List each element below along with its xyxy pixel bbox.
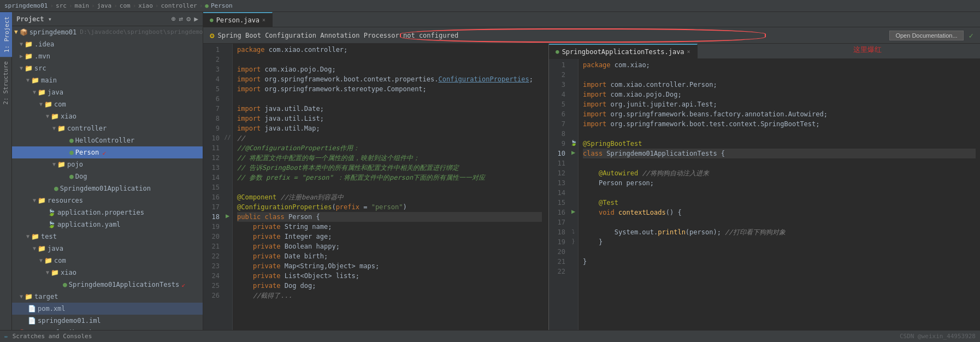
list-item[interactable]: ▼ 📁 target xyxy=(12,291,203,303)
code-content-right: package com.xiao; import com.xiao.contro… xyxy=(578,59,980,330)
list-item[interactable]: ▼ 📁 java xyxy=(12,243,203,255)
list-item[interactable]: ▼ 📁 test xyxy=(12,231,203,243)
right-editor-content: 1 2 3 4 5 6 7 8 9 10 11 12 13 xyxy=(549,59,980,330)
tree-label: java xyxy=(48,243,63,255)
tree-label: application.yaml xyxy=(57,219,121,231)
tree-label: test xyxy=(41,231,57,243)
tree-label: com xyxy=(54,255,66,267)
list-item[interactable]: ▼ 📁 src xyxy=(12,62,203,74)
structure-tab[interactable]: 2: Structure xyxy=(1,57,11,109)
springtest-file-icon: ● xyxy=(556,48,559,55)
tree-label: Dog xyxy=(75,170,87,182)
tree-path: D:\javadcode\springboot\springdemo01 xyxy=(80,26,203,38)
list-item[interactable]: ▼ 📁 controller xyxy=(12,122,203,134)
list-item[interactable]: ▼ 📁 xiao xyxy=(12,267,203,279)
person-file-icon: ● xyxy=(210,16,214,23)
title-xiao: xiao xyxy=(138,2,153,9)
tree-label: xiao xyxy=(61,110,76,122)
sync-icon[interactable]: ⊕ xyxy=(172,15,176,23)
editor-area: ● Person.java × ⚙ Spring Boot Configurat… xyxy=(203,12,980,330)
tree-label: .mvn xyxy=(34,50,50,62)
tree-label: springdemo01 xyxy=(29,26,77,38)
left-code-panel: 1 2 3 4 5 6 7 8 9 10 11 12 13 14 xyxy=(203,44,546,330)
right-tab-bar: ● SpringbootApplicationTests.java × xyxy=(549,44,980,59)
list-item[interactable]: ▼ 📁 xiao xyxy=(12,110,203,122)
sidebar: Project ▾ ⊕ ⇄ ⚙ ▶ ▼ 📦 springdemo01 D:\ja… xyxy=(12,12,203,330)
tree-label: .idea xyxy=(34,38,54,50)
tree-label: pojo xyxy=(67,158,83,170)
line-numbers-left: 1 2 3 4 5 6 7 8 9 10 11 12 13 14 xyxy=(203,44,223,330)
tree-label: pom.xml xyxy=(38,303,66,315)
sidebar-header: Project ▾ ⊕ ⇄ ⚙ ▶ xyxy=(12,12,203,26)
title-com: com xyxy=(120,2,131,9)
tree-label: src xyxy=(34,62,46,74)
tree-label: application.properties xyxy=(57,207,144,219)
status-right: CSDN @weixin_44953928 xyxy=(900,333,976,340)
status-bar: ✏ Scratches and Consoles CSDN @weixin_44… xyxy=(0,330,980,342)
list-item[interactable]: ● Dog xyxy=(12,170,203,182)
right-code-panel: ● SpringbootApplicationTests.java × 1 2 … xyxy=(548,44,980,330)
tab-bar: ● Person.java × xyxy=(203,12,980,27)
sidebar-tree: ▼ 📦 springdemo01 D:\javadcode\springboot… xyxy=(12,26,203,330)
title-java: java xyxy=(97,2,112,9)
title-controller: controller xyxy=(161,2,197,9)
list-item[interactable]: ▶ 📁 .mvn xyxy=(12,50,203,62)
tree-label: springdemo01.iml xyxy=(38,315,101,327)
tree-label: Springdemo01Application xyxy=(60,182,151,194)
tree-label: Person xyxy=(75,146,99,158)
expand-icon[interactable]: ⇄ xyxy=(179,15,184,23)
tests-arrow-annotation: ↙ xyxy=(181,279,185,291)
tree-label: main xyxy=(41,74,57,86)
line-numbers-right: 1 2 3 4 5 6 7 8 9 10 11 12 13 xyxy=(549,59,569,330)
status-scratches-label: Scratches and Consoles xyxy=(13,333,92,340)
tree-label: com xyxy=(54,98,66,110)
run-icon[interactable]: ▶ xyxy=(194,15,198,23)
tab-person-label: Person.java xyxy=(216,16,259,24)
tree-label: xiao xyxy=(61,267,76,279)
tree-label: java xyxy=(48,86,63,98)
tree-label: resources xyxy=(48,194,83,207)
list-item[interactable]: ● Springdemo01ApplicationTests ↙ xyxy=(12,279,203,291)
list-item[interactable]: 📄 springdemo01.iml xyxy=(12,315,203,327)
list-item[interactable]: ▼ 📁 pojo xyxy=(12,158,203,170)
list-item[interactable]: ▼ 📦 springdemo01 D:\javadcode\springboot… xyxy=(12,26,203,38)
tab-springtest-label: SpringbootApplicationTests.java xyxy=(562,48,684,56)
list-item[interactable]: 📄 pom.xml xyxy=(12,303,203,315)
title-current-file: Person xyxy=(211,2,233,9)
list-item[interactable]: ● HelloController xyxy=(12,134,203,146)
list-item[interactable]: ▼ 📁 java xyxy=(12,86,203,98)
gutter-left: // ▶ xyxy=(223,44,233,330)
list-item[interactable]: 🍃 application.properties xyxy=(12,207,203,219)
list-item[interactable]: 🍃 application.yaml xyxy=(12,219,203,231)
tree-label: HelloController xyxy=(75,134,134,146)
list-item[interactable]: ● Springdemo01Application xyxy=(12,182,203,194)
open-documentation-button[interactable]: Open Documentation... xyxy=(889,31,963,40)
status-left: ✏ Scratches and Consoles xyxy=(4,333,92,340)
list-item[interactable]: ▼ 📁 .idea xyxy=(12,38,203,50)
notification-close-icon[interactable]: ✓ xyxy=(969,31,973,40)
project-tab[interactable]: 1: Project xyxy=(0,12,12,57)
tree-label: Springdemo01ApplicationTests xyxy=(69,279,179,291)
left-panel-tabs: 1: Project 2: Structure xyxy=(0,12,12,330)
title-main: main xyxy=(75,2,90,9)
tab-springtest[interactable]: ● SpringbootApplicationTests.java × xyxy=(549,44,698,58)
editor-split: 1 2 3 4 5 6 7 8 9 10 11 12 13 14 xyxy=(203,44,980,330)
tree-label: controller xyxy=(67,122,107,134)
notification-message: Spring Boot Configuration Annotation Pro… xyxy=(217,32,889,39)
sidebar-title: Project ▾ xyxy=(16,15,52,23)
tab-springtest-close[interactable]: × xyxy=(687,49,690,55)
tab-person-close[interactable]: × xyxy=(262,17,265,23)
notification-bar: ⚙ Spring Boot Configuration Annotation P… xyxy=(203,27,980,44)
list-item[interactable]: ▼ 📁 com xyxy=(12,98,203,110)
tree-label: target xyxy=(34,291,58,303)
list-item[interactable]: ▼ 📁 main xyxy=(12,74,203,86)
csdn-watermark: CSDN @weixin_44953928 xyxy=(900,333,976,340)
gutter-right: 🍃 ▶ ▶ ⤵ } xyxy=(569,59,578,330)
list-item[interactable]: ● Person ↙ xyxy=(12,146,203,158)
gear-icon[interactable]: ⚙ xyxy=(186,15,191,23)
list-item[interactable]: ▼ 📁 com xyxy=(12,255,203,267)
tab-person[interactable]: ● Person.java × xyxy=(203,12,273,27)
list-item[interactable]: ▼ 📁 resources xyxy=(12,194,203,207)
title-bar: springdemo01 › src › main › java › com ›… xyxy=(0,0,980,12)
title-class-icon: ● xyxy=(205,2,209,9)
